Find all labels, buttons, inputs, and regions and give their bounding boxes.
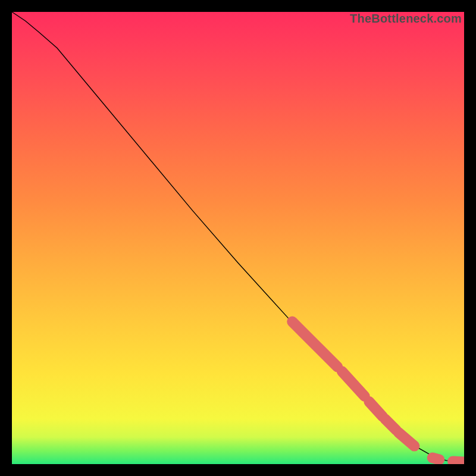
highlight-segment [453, 461, 464, 462]
chart-frame: TheBottleneck.com [12, 12, 464, 464]
chart-curve [12, 12, 464, 462]
highlight-segment [369, 402, 383, 416]
highlight-series [292, 322, 464, 462]
highlight-segment [385, 419, 396, 430]
chart-svg [12, 12, 464, 464]
plot-area: TheBottleneck.com [12, 12, 464, 464]
highlight-segment [433, 458, 439, 459]
highlight-segment [342, 371, 365, 396]
highlight-segment [292, 322, 337, 367]
highlight-segment [399, 433, 415, 446]
